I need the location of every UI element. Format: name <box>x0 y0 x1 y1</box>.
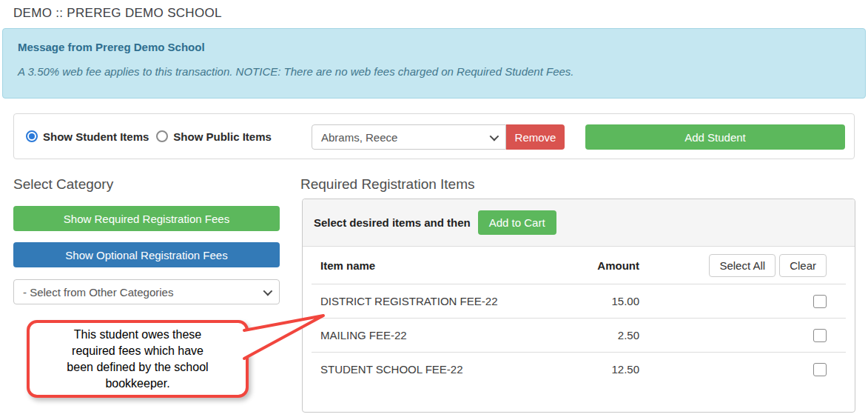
panel-instruction: Select desired items and then <box>314 216 471 229</box>
select-all-button[interactable]: Select All <box>709 254 776 277</box>
message-title: Message from Prereg Demo School <box>18 41 850 53</box>
clear-button[interactable]: Clear <box>779 254 827 277</box>
chevron-down-icon <box>490 131 499 141</box>
items-filter-toolbar: Show Student Items Show Public Items Abr… <box>13 113 855 159</box>
annotation-callout: This student owes these required fees wh… <box>27 320 249 398</box>
remove-student-button[interactable]: Remove <box>506 124 565 150</box>
item-name-cell: MAILING FEE-22 <box>320 329 588 341</box>
show-required-fees-button[interactable]: Show Required Registration Fees <box>13 206 280 231</box>
show-public-items-label: Show Public Items <box>173 130 272 143</box>
message-body: A 3.50% web fee applies to this transact… <box>18 65 850 78</box>
show-student-items-label: Show Student Items <box>43 130 149 143</box>
add-student-button[interactable]: Add Student <box>585 124 845 150</box>
student-select-value: Abrams, Reece <box>321 131 397 144</box>
panel-header: Select desired items and then Add to Car… <box>303 199 855 247</box>
selection-controls: Select All Clear <box>639 254 837 277</box>
table-header-row: Item name Amount Select All Clear <box>312 247 846 284</box>
school-message-alert: Message from Prereg Demo School A 3.50% … <box>2 28 866 99</box>
row-checkbox[interactable] <box>813 363 827 376</box>
page-title: DEMO :: PREREG DEMO SCHOOL <box>13 6 222 21</box>
chevron-down-icon <box>263 286 273 296</box>
add-to-cart-button[interactable]: Add to Cart <box>478 210 556 235</box>
column-header-amount: Amount <box>588 259 639 272</box>
show-student-items-radio[interactable]: Show Student Items <box>26 130 149 143</box>
select-category-heading: Select Category <box>13 176 113 193</box>
amount-cell: 15.00 <box>588 295 639 307</box>
other-categories-select-value: - Select from Other Categories <box>23 286 173 299</box>
item-visibility-radio-group: Show Student Items Show Public Items <box>26 114 272 159</box>
table-row: DISTRICT REGISTRATION FEE-22 15.00 <box>312 284 846 318</box>
amount-cell: 12.50 <box>588 363 639 376</box>
show-public-items-radio[interactable]: Show Public Items <box>156 130 272 143</box>
item-name-cell: DISTRICT REGISTRATION FEE-22 <box>320 295 588 307</box>
table-row: MAILING FEE-22 2.50 <box>312 318 846 352</box>
table-row: STUDENT SCHOOL FEE-22 12.50 <box>312 352 846 386</box>
column-header-item-name: Item name <box>320 259 588 272</box>
student-select[interactable]: Abrams, Reece <box>312 124 506 150</box>
required-items-heading: Required Registration Items <box>300 176 475 193</box>
other-categories-select[interactable]: - Select from Other Categories <box>13 279 280 304</box>
amount-cell: 2.50 <box>588 329 639 341</box>
item-name-cell: STUDENT SCHOOL FEE-22 <box>320 363 588 376</box>
items-table: Item name Amount Select All Clear DISTRI… <box>303 247 855 386</box>
annotation-callout-tail-icon <box>237 305 329 364</box>
row-checkbox[interactable] <box>813 329 827 342</box>
page: DEMO :: PREREG DEMO SCHOOL Message from … <box>0 0 868 420</box>
radio-selected-icon[interactable] <box>26 130 38 142</box>
required-items-panel: Select desired items and then Add to Car… <box>302 199 855 413</box>
row-checkbox[interactable] <box>813 295 827 308</box>
radio-unselected-icon[interactable] <box>156 130 168 142</box>
show-optional-fees-button[interactable]: Show Optional Registration Fees <box>13 242 280 267</box>
